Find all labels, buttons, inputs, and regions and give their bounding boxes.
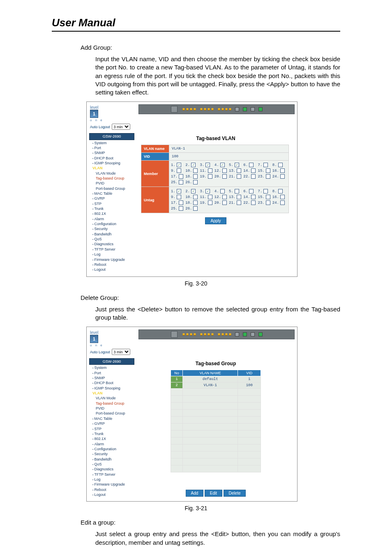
- port-checkbox[interactable]: [249, 163, 254, 167]
- port-checkbox[interactable]: [191, 189, 196, 193]
- nav-item[interactable]: STP: [89, 201, 134, 206]
- nav-sub-item[interactable]: PVID: [89, 181, 134, 186]
- nav-vlan[interactable]: VLAN: [89, 391, 134, 396]
- nav-sub-item[interactable]: Tag-based Group: [89, 176, 134, 181]
- port-checkbox[interactable]: [220, 189, 225, 193]
- nav-item[interactable]: DHCP Boot: [89, 380, 134, 385]
- nav-item[interactable]: GVRP: [89, 421, 134, 426]
- port-checkbox[interactable]: [177, 189, 181, 193]
- port-checkbox[interactable]: [193, 174, 198, 179]
- port-checkbox[interactable]: [263, 163, 268, 167]
- port-checkbox[interactable]: [280, 200, 285, 205]
- port-checkbox[interactable]: [222, 168, 227, 173]
- nav-item[interactable]: Firmware Upgrade: [89, 482, 134, 487]
- port-checkbox[interactable]: [222, 195, 227, 199]
- nav-item[interactable]: SNMP: [89, 150, 134, 155]
- table-row[interactable]: 2VLAN-1100: [171, 382, 261, 389]
- port-checkbox[interactable]: [193, 206, 198, 211]
- nav-item[interactable]: SNMP: [89, 375, 134, 380]
- nav-sub-item[interactable]: VLAN Mode: [89, 396, 134, 401]
- nav-item[interactable]: IGMP Snooping: [89, 161, 134, 166]
- nav-item[interactable]: Trunk: [89, 206, 134, 211]
- port-checkbox[interactable]: [251, 174, 256, 179]
- nav-item[interactable]: Alarm: [89, 442, 134, 447]
- nav-item[interactable]: Configuration: [89, 221, 134, 226]
- nav-item[interactable]: TFTP Server: [89, 472, 134, 477]
- port-checkbox[interactable]: [193, 180, 198, 184]
- add-button[interactable]: Add: [186, 490, 204, 497]
- nav-item[interactable]: TFTP Server: [89, 247, 134, 252]
- port-checkbox[interactable]: [278, 163, 283, 167]
- port-checkbox[interactable]: [280, 168, 285, 173]
- port-checkbox[interactable]: [280, 195, 285, 199]
- nav-item[interactable]: Reboot: [89, 487, 134, 492]
- port-checkbox[interactable]: [193, 200, 198, 205]
- port-checkbox[interactable]: [179, 206, 183, 211]
- nav-item[interactable]: Logout: [89, 267, 134, 272]
- nav-sub-item[interactable]: VLAN Mode: [89, 171, 134, 176]
- port-checkbox[interactable]: [177, 168, 181, 173]
- nav-item[interactable]: System: [89, 140, 134, 145]
- edit-button[interactable]: Edit: [205, 490, 222, 497]
- port-checkbox[interactable]: [237, 200, 241, 205]
- nav-item[interactable]: Reboot: [89, 262, 134, 267]
- nav-item[interactable]: Security: [89, 451, 134, 456]
- port-checkbox[interactable]: [205, 163, 210, 167]
- nav-item[interactable]: Port: [89, 145, 134, 150]
- nav-item[interactable]: Logout: [89, 492, 134, 497]
- nav-item[interactable]: MAC Table: [89, 191, 134, 196]
- nav-item[interactable]: IGMP Snooping: [89, 386, 134, 391]
- port-checkbox[interactable]: [208, 200, 212, 205]
- port-checkbox[interactable]: [266, 200, 270, 205]
- nav-item[interactable]: 802.1X: [89, 211, 134, 216]
- port-checkbox[interactable]: [280, 174, 285, 179]
- nav-item[interactable]: System: [89, 365, 134, 370]
- nav-item[interactable]: QoS: [89, 462, 134, 467]
- nav-item[interactable]: Log: [89, 477, 134, 482]
- port-checkbox[interactable]: [237, 174, 241, 179]
- port-checkbox[interactable]: [251, 195, 256, 199]
- nav-item[interactable]: GVRP: [89, 196, 134, 201]
- auto-logout-select[interactable]: 3 min: [112, 124, 130, 130]
- port-checkbox[interactable]: [193, 168, 198, 173]
- port-checkbox[interactable]: [266, 168, 270, 173]
- nav-item[interactable]: MAC Table: [89, 416, 134, 421]
- table-row[interactable]: 1default1: [171, 376, 261, 382]
- nav-sub-item[interactable]: Port-based Group: [89, 186, 134, 191]
- port-checkbox[interactable]: [235, 163, 239, 167]
- row-vlanname-value[interactable]: VLAN-1: [169, 145, 289, 153]
- port-checkbox[interactable]: [251, 200, 256, 205]
- port-checkbox[interactable]: [237, 168, 241, 173]
- nav-item[interactable]: Security: [89, 226, 134, 231]
- apply-button[interactable]: Apply: [205, 217, 226, 224]
- port-checkbox[interactable]: [179, 174, 183, 179]
- nav-item[interactable]: Alarm: [89, 216, 134, 221]
- port-checkbox[interactable]: [251, 168, 256, 173]
- port-checkbox[interactable]: [266, 174, 270, 179]
- port-checkbox[interactable]: [205, 189, 210, 193]
- nav-sub-item[interactable]: PVID: [89, 406, 134, 411]
- port-checkbox[interactable]: [179, 200, 183, 205]
- port-checkbox[interactable]: [222, 174, 227, 179]
- nav-item[interactable]: STP: [89, 426, 134, 431]
- nav-sub-item[interactable]: Port-based Group: [89, 411, 134, 416]
- port-checkbox[interactable]: [266, 195, 270, 199]
- nav-sub-item[interactable]: Tag-based Group: [89, 401, 134, 406]
- port-checkbox[interactable]: [193, 195, 198, 199]
- auto-logout-select[interactable]: 3 min: [112, 349, 130, 355]
- port-checkbox[interactable]: [208, 195, 212, 199]
- nav-item[interactable]: 802.1X: [89, 436, 134, 441]
- nav-item[interactable]: Trunk: [89, 431, 134, 436]
- port-checkbox[interactable]: [263, 189, 268, 193]
- row-vid-value[interactable]: 100: [169, 153, 289, 161]
- nav-item[interactable]: QoS: [89, 237, 134, 242]
- port-checkbox[interactable]: [278, 189, 283, 193]
- port-checkbox[interactable]: [208, 168, 212, 173]
- nav-item[interactable]: Diagnostics: [89, 467, 134, 472]
- nav-item[interactable]: DHCP Boot: [89, 156, 134, 161]
- port-checkbox[interactable]: [177, 163, 181, 167]
- port-checkbox[interactable]: [235, 189, 239, 193]
- port-checkbox[interactable]: [177, 195, 181, 199]
- nav-item[interactable]: Bandwitdh: [89, 457, 134, 462]
- nav-item[interactable]: Firmware Upgrade: [89, 257, 134, 262]
